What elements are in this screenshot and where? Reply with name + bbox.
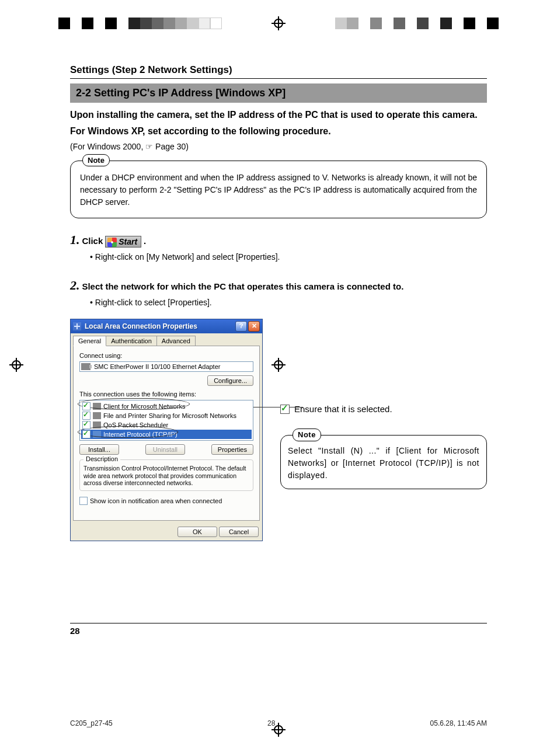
step-2-text: Slect the network for which the PC that … xyxy=(82,281,403,291)
description-text: Transmission Control Protocol/Internet P… xyxy=(83,465,249,487)
screenshot-column: Local Area Connection Properties ? ✕ Gen… xyxy=(70,319,263,541)
note-text: Under a DHCP environment and when the IP… xyxy=(80,173,477,207)
registration-target-bottom xyxy=(271,723,286,737)
help-button[interactable]: ? xyxy=(235,321,247,332)
show-icon-label: Show icon in notification area when conn… xyxy=(90,497,222,504)
show-icon-checkbox[interactable] xyxy=(79,497,88,505)
note-label: Note xyxy=(82,154,110,167)
callout-line xyxy=(253,407,303,407)
configure-button[interactable]: Configure... xyxy=(207,375,253,386)
cross-reference: (For Windows 2000, ☞ Page 30) xyxy=(70,142,487,151)
registration-marks-bottom xyxy=(0,718,557,741)
intro-paragraph-2: For Windows XP, set according to the fol… xyxy=(70,125,487,138)
lan-properties-dialog: Local Area Connection Properties ? ✕ Gen… xyxy=(70,319,263,541)
page-content: Settings (Step 2 Network Settings) 2-2 S… xyxy=(70,64,487,706)
items-listbox[interactable]: Client for Microsoft Networks File and P… xyxy=(79,400,253,441)
close-button[interactable]: ✕ xyxy=(248,321,260,332)
note-text-2: Select "Install (N) ..." if [Client for … xyxy=(288,446,479,480)
connect-using-label: Connect using: xyxy=(79,352,253,359)
intro-paragraph-1: Upon installing the camera, set the IP a… xyxy=(70,109,487,121)
nic-icon xyxy=(81,363,90,370)
install-button[interactable]: Install... xyxy=(79,444,119,455)
ensure-checkbox-icon xyxy=(280,405,290,414)
tab-authentication[interactable]: Authentication xyxy=(106,336,157,346)
step-1-text-post: . xyxy=(144,236,146,246)
adapter-name: SMC EtherPower II 10/100 Ethernet Adapte… xyxy=(94,363,220,370)
ok-button[interactable]: OK xyxy=(177,527,217,537)
step-1-text-pre: Click xyxy=(82,236,103,246)
registration-target-top xyxy=(271,16,286,30)
checkbox-icon[interactable] xyxy=(82,430,90,438)
registration-marks-top xyxy=(0,12,557,35)
tab-advanced[interactable]: Advanced xyxy=(156,336,196,346)
component-icon xyxy=(93,421,101,428)
show-icon-row[interactable]: Show icon in notification area when conn… xyxy=(79,497,253,505)
section-header: Settings (Step 2 Network Settings) xyxy=(70,64,487,79)
adapter-field: SMC EtherPower II 10/100 Ethernet Adapte… xyxy=(79,361,253,372)
cancel-button[interactable]: Cancel xyxy=(219,527,259,537)
tab-general[interactable]: General xyxy=(73,336,106,346)
color-bars-left xyxy=(58,18,222,29)
item-client-ms-networks[interactable]: Client for Microsoft Networks xyxy=(81,402,252,411)
registration-target-left xyxy=(9,358,23,372)
dialog-title-icon xyxy=(73,322,81,330)
checkbox-icon[interactable] xyxy=(82,402,90,410)
dialog-bottom-buttons: OK Cancel xyxy=(71,523,262,541)
item-file-printer-sharing[interactable]: File and Printer Sharing for Microsoft N… xyxy=(81,411,252,420)
page-number: 28 xyxy=(70,623,487,636)
step-1-bullet: • Right-click on [My Network] and select… xyxy=(90,252,487,262)
step-1: 1. Click Start . xyxy=(70,232,487,248)
step-2: 2. Slect the network for which the PC th… xyxy=(70,278,487,293)
tab-strip: General Authentication Advanced xyxy=(73,336,260,346)
items-label: This connection uses the following items… xyxy=(79,391,253,398)
note-label-2: Note xyxy=(293,428,321,441)
properties-button[interactable]: Properties xyxy=(211,444,253,455)
tab-body: Connect using: SMC EtherPower II 10/100 … xyxy=(73,346,260,521)
color-bars-right xyxy=(335,18,499,29)
checkbox-icon[interactable] xyxy=(82,421,90,429)
component-icon xyxy=(93,431,101,438)
annotation-column: Ensure that it is selected. Note Select … xyxy=(280,319,487,541)
ensure-selected-row: Ensure that it is selected. xyxy=(280,404,487,414)
item-qos[interactable]: QoS Packet Scheduler xyxy=(81,420,252,430)
dialog-titlebar: Local Area Connection Properties ? ✕ xyxy=(71,319,262,333)
item-tcp-ip[interactable]: Internet Protocol (TCP/IP) xyxy=(81,430,252,439)
note-box-2: Note Select "Install (N) ..." if [Client… xyxy=(280,435,487,489)
step-2-bullet: • Right-click to select [Properties]. xyxy=(90,298,487,307)
ensure-text: Ensure that it is selected. xyxy=(294,404,392,414)
component-icon xyxy=(93,412,101,419)
step-1-number: 1. xyxy=(70,232,80,247)
start-button-image: Start xyxy=(105,236,141,248)
subsection-title: 2-2 Setting PC's IP Address [Windows XP] xyxy=(70,83,487,103)
uninstall-button[interactable]: Uninstall xyxy=(145,444,185,455)
description-fieldset: Description Transmission Control Protoco… xyxy=(79,459,253,491)
note-box-1: Note Under a DHCP environment and when t… xyxy=(70,161,487,218)
step-2-number: 2. xyxy=(70,278,80,292)
component-icon xyxy=(93,403,101,410)
dialog-title: Local Area Connection Properties xyxy=(85,322,234,330)
checkbox-icon[interactable] xyxy=(82,412,90,420)
description-legend: Description xyxy=(83,455,120,462)
